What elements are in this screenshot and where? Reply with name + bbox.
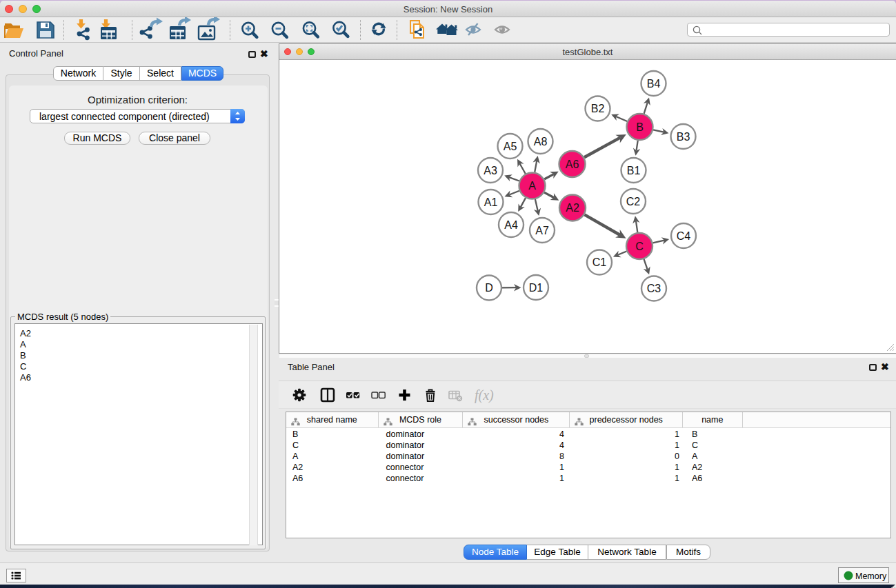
svg-text:A7: A7 (535, 225, 549, 236)
svg-text:C: C (635, 241, 644, 252)
svg-text:C4: C4 (677, 230, 691, 242)
svg-text:C2: C2 (626, 196, 641, 207)
svg-text:A5: A5 (504, 141, 517, 152)
svg-text:f(x): f(x) (475, 387, 494, 403)
svg-text:B3: B3 (677, 131, 690, 143)
svg-text:A: A (528, 180, 536, 192)
svg-text:D1: D1 (529, 282, 544, 294)
svg-text:C1: C1 (593, 256, 607, 268)
svg-text:A3: A3 (484, 165, 497, 176)
svg-text:A4: A4 (504, 219, 518, 231)
svg-text:A8: A8 (534, 136, 548, 148)
svg-text:D: D (485, 282, 493, 294)
svg-text:B1: B1 (627, 165, 641, 176)
svg-text:A1: A1 (484, 196, 498, 208)
svg-text:A6: A6 (566, 159, 579, 170)
svg-text:B: B (636, 121, 644, 133)
svg-text:B2: B2 (591, 103, 605, 114)
svg-text:A2: A2 (566, 202, 579, 214)
svg-text:C3: C3 (647, 283, 661, 294)
svg-text:B4: B4 (647, 78, 661, 90)
